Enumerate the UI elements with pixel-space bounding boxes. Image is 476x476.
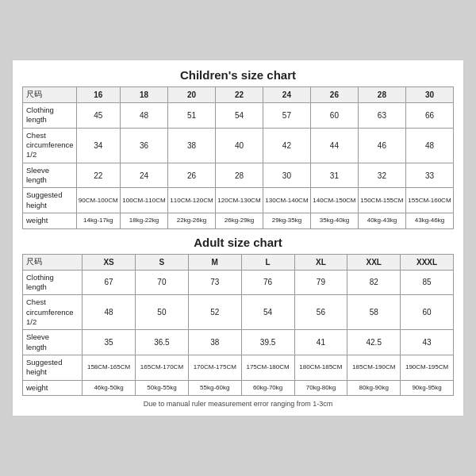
table-cell: 51 (167, 103, 215, 129)
children-col-header: 28 (358, 87, 405, 103)
table-row: Clothing length4548515457606366 (23, 103, 454, 129)
table-cell: 50kg-55kg (136, 380, 189, 395)
table-cell: 43kg-46kg (405, 213, 453, 228)
table-cell: 22 (76, 163, 120, 188)
table-cell: 29kg-35kg (263, 213, 310, 228)
table-row: Chest circumference 1/23436384042444648 (23, 128, 454, 163)
table-cell: 90kg-95kg (401, 380, 454, 395)
children-col-header: 22 (215, 87, 263, 103)
table-cell: 63 (358, 103, 405, 129)
table-cell: 31 (310, 163, 358, 188)
table-cell: 76 (241, 270, 294, 295)
table-cell: 36.5 (136, 330, 189, 355)
table-cell: 54 (241, 295, 294, 330)
table-cell: 70 (136, 270, 189, 295)
table-cell: 32 (358, 163, 405, 188)
table-cell: 46kg-50kg (83, 380, 136, 395)
table-cell: 130CM-140CM (263, 188, 310, 213)
table-cell: 90CM-100CM (76, 188, 120, 213)
children-table: 尺码1618202224262830 Clothing length454851… (22, 86, 454, 228)
table-cell: 60 (310, 103, 358, 129)
table-row: Chest circumference 1/248505254565860 (23, 295, 454, 330)
adult-col-header: XS (83, 254, 136, 270)
table-cell: 26kg-29kg (215, 213, 263, 228)
table-row: Sleeve length2224262830313233 (23, 163, 454, 188)
table-row: Suggested height90CM-100CM100CM-110CM110… (23, 188, 454, 213)
adult-col-header: XXXL (401, 254, 454, 270)
children-title: Children's size chart (22, 68, 454, 82)
adult-col-header: XL (294, 254, 347, 270)
row-label: Sleeve length (23, 163, 77, 188)
table-cell: 58 (347, 295, 401, 330)
table-cell: 56 (294, 295, 347, 330)
table-cell: 48 (83, 295, 136, 330)
table-cell: 18kg-22kg (120, 213, 167, 228)
table-row: Suggested height158CM-165CM165CM-170CM17… (23, 355, 454, 380)
adult-col-header: XXL (347, 254, 401, 270)
adult-col-header: 尺码 (23, 254, 83, 270)
table-cell: 180CM-185CM (294, 355, 347, 380)
table-cell: 45 (76, 103, 120, 129)
row-label: weight (23, 380, 83, 395)
table-cell: 185CM-190CM (347, 355, 401, 380)
table-cell: 158CM-165CM (83, 355, 136, 380)
table-cell: 48 (405, 128, 453, 163)
table-cell: 85 (401, 270, 454, 295)
children-col-header: 18 (120, 87, 167, 103)
table-cell: 82 (347, 270, 401, 295)
children-col-header: 30 (405, 87, 453, 103)
children-col-header: 26 (310, 87, 358, 103)
children-col-header: 20 (167, 87, 215, 103)
table-cell: 50 (136, 295, 189, 330)
row-label: Suggested height (23, 355, 83, 380)
table-row: weight46kg-50kg50kg-55kg55kg-60kg60kg-70… (23, 380, 454, 395)
table-cell: 30 (263, 163, 310, 188)
table-cell: 42.5 (347, 330, 401, 355)
table-cell: 170CM-175CM (188, 355, 241, 380)
adult-col-header: L (241, 254, 294, 270)
table-cell: 190CM-195CM (401, 355, 454, 380)
table-cell: 43 (401, 330, 454, 355)
table-cell: 26 (167, 163, 215, 188)
row-label: Clothing length (23, 270, 83, 295)
table-cell: 35kg-40kg (310, 213, 358, 228)
table-cell: 33 (405, 163, 453, 188)
adult-table: 尺码XSSMLXLXXLXXXL Clothing length67707376… (22, 254, 454, 396)
table-cell: 60 (401, 295, 454, 330)
adult-title: Adult size chart (22, 236, 454, 249)
table-cell: 79 (294, 270, 347, 295)
table-cell: 150CM-155CM (358, 188, 405, 213)
table-cell: 70kg-80kg (294, 380, 347, 395)
table-cell: 55kg-60kg (188, 380, 241, 395)
table-cell: 46 (358, 128, 405, 163)
table-cell: 28 (215, 163, 263, 188)
children-col-header: 24 (263, 87, 310, 103)
table-cell: 38 (188, 330, 241, 355)
table-row: Clothing length67707376798285 (23, 270, 454, 295)
table-cell: 40 (215, 128, 263, 163)
table-cell: 100CM-110CM (120, 188, 167, 213)
row-label: Sleeve length (23, 330, 83, 355)
table-cell: 40kg-43kg (358, 213, 405, 228)
table-cell: 36 (120, 128, 167, 163)
row-label: Clothing length (23, 103, 77, 129)
table-cell: 34 (76, 128, 120, 163)
table-cell: 73 (188, 270, 241, 295)
table-cell: 120CM-130CM (215, 188, 263, 213)
table-cell: 66 (405, 103, 453, 129)
table-cell: 175CM-180CM (241, 355, 294, 380)
table-cell: 14kg-17kg (76, 213, 120, 228)
table-cell: 54 (215, 103, 263, 129)
table-cell: 110CM-120CM (167, 188, 215, 213)
table-cell: 165CM-170CM (136, 355, 189, 380)
footnote: Due to manual ruler measurement error ra… (22, 400, 454, 408)
table-cell: 44 (310, 128, 358, 163)
table-cell: 38 (167, 128, 215, 163)
adult-col-header: S (136, 254, 189, 270)
row-label: Chest circumference 1/2 (23, 128, 77, 163)
table-row: Sleeve length3536.53839.54142.543 (23, 330, 454, 355)
table-cell: 52 (188, 295, 241, 330)
table-cell: 42 (263, 128, 310, 163)
table-cell: 39.5 (241, 330, 294, 355)
adult-col-header: M (188, 254, 241, 270)
